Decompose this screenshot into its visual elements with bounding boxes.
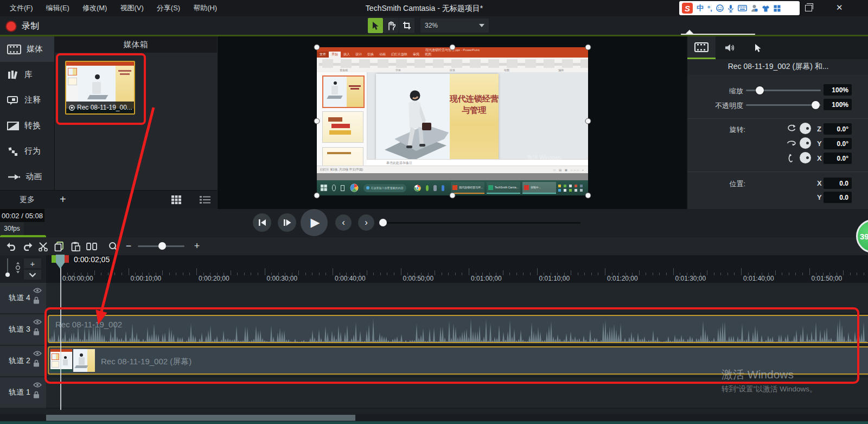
- canvas[interactable]: 现代连锁经营与管理.ppt - PowerPoint 文件开始插入设计切换动画幻…: [218, 36, 686, 209]
- resize-handle-top-center[interactable]: [450, 45, 456, 50]
- eye-icon[interactable]: [33, 351, 42, 356]
- eye-icon[interactable]: [33, 319, 42, 325]
- sidebar-item-behaviors[interactable]: 行为: [0, 138, 54, 164]
- lock-icon[interactable]: [33, 391, 42, 398]
- redo-button[interactable]: [21, 239, 35, 253]
- lock-icon[interactable]: [33, 328, 42, 336]
- timeline-zoom-button[interactable]: [106, 239, 120, 253]
- resize-handle-bottom-right[interactable]: [585, 193, 591, 199]
- zoom-out-button[interactable]: −: [122, 239, 136, 253]
- sidebar-item-more[interactable]: 更多: [0, 190, 54, 208]
- tab-visual-properties[interactable]: [687, 36, 716, 59]
- rotation-x-dial[interactable]: [800, 152, 811, 163]
- audio-clip[interactable]: Rec 08-11-19_002: [48, 315, 868, 343]
- jump-back-button[interactable]: ‹: [335, 214, 352, 231]
- resize-handle-top-right[interactable]: [585, 45, 591, 50]
- undo-button[interactable]: [4, 239, 18, 253]
- sidebar-item-annotations[interactable]: 注释: [0, 87, 54, 113]
- playhead-line[interactable]: [60, 255, 61, 410]
- track-lane[interactable]: Rec 08-11-19_002: [46, 314, 868, 346]
- menu-item-3[interactable]: 视图(V): [114, 3, 149, 13]
- sidebar-item-media[interactable]: 媒体: [0, 36, 54, 62]
- grid-view-button[interactable]: [171, 195, 181, 204]
- zoom-to-fit-icon[interactable]: [14, 262, 22, 274]
- ime-microphone-icon[interactable]: [727, 4, 734, 12]
- ime-punctuation-icon[interactable]: °,: [707, 4, 712, 12]
- record-dot-icon: [5, 21, 17, 32]
- eye-icon[interactable]: [33, 288, 42, 293]
- collapse-tracks-button[interactable]: [24, 270, 41, 280]
- resize-handle-bottom-center[interactable]: [450, 193, 456, 199]
- copy-button[interactable]: [52, 239, 66, 253]
- menu-item-4[interactable]: 分享(S): [151, 3, 186, 13]
- zoom-in-button[interactable]: +: [190, 239, 204, 253]
- pan-tool-button[interactable]: [384, 18, 399, 33]
- horizontal-scrollbar[interactable]: [0, 414, 868, 421]
- lock-icon[interactable]: [33, 296, 42, 304]
- resize-handle-mid-right[interactable]: [585, 118, 591, 124]
- ime-toolbar[interactable]: S 中 °,: [679, 1, 800, 15]
- scrubber-track[interactable]: [382, 222, 580, 224]
- jump-forward-button[interactable]: ›: [358, 214, 374, 231]
- paste-button[interactable]: [68, 239, 82, 253]
- canvas-media-object[interactable]: 现代连锁经营与管理.ppt - PowerPoint 文件开始插入设计切换动画幻…: [317, 47, 588, 195]
- sogou-logo-icon[interactable]: S: [682, 3, 693, 14]
- step-forward-button[interactable]: [278, 213, 296, 232]
- add-track-button[interactable]: +: [24, 258, 41, 268]
- playhead-head[interactable]: [51, 255, 73, 270]
- play-button[interactable]: ▶: [301, 209, 328, 236]
- cut-button[interactable]: [36, 239, 50, 253]
- opacity-slider-knob[interactable]: [812, 101, 820, 109]
- track-height-knob[interactable]: [5, 273, 10, 277]
- previous-frame-button[interactable]: [253, 213, 271, 232]
- rotation-z-dial[interactable]: [800, 123, 811, 134]
- menu-item-1[interactable]: 编辑(E): [41, 3, 75, 13]
- ime-language-icon[interactable]: 中: [697, 3, 704, 13]
- timeline-ruler[interactable]: 0:00:00;000:00:10;000:00:20;000:00:30;00…: [46, 255, 868, 283]
- ime-grid-icon[interactable]: [774, 5, 781, 12]
- sidebar-item-transitions[interactable]: 转换: [0, 113, 54, 138]
- split-button[interactable]: [85, 239, 99, 253]
- rotation-x-field[interactable]: 0.0°: [824, 153, 852, 164]
- resize-handle-mid-left[interactable]: [314, 118, 320, 124]
- opacity-value-field[interactable]: 100%: [824, 99, 852, 110]
- canvas-zoom-select[interactable]: 32%: [420, 18, 489, 33]
- scrubber-knob[interactable]: [379, 219, 387, 226]
- zoom-slider-knob[interactable]: [756, 86, 764, 94]
- media-bin-clip[interactable]: Rec 08-11-19_00...: [65, 61, 135, 115]
- position-x-field[interactable]: 0.0: [824, 178, 852, 189]
- resize-handle-bottom-left[interactable]: [314, 193, 320, 199]
- timeline-zoom-knob[interactable]: [158, 242, 166, 250]
- menu-item-5[interactable]: 帮助(H): [188, 3, 222, 13]
- window-title: TechSmith Camtasia - 无标题项目*: [366, 4, 483, 14]
- lock-icon[interactable]: [33, 359, 42, 367]
- restore-window-button[interactable]: [805, 5, 812, 11]
- resize-handle-top-left[interactable]: [314, 45, 320, 50]
- menu-item-2[interactable]: 修改(M): [77, 3, 113, 13]
- list-view-button[interactable]: [200, 195, 210, 204]
- tab-cursor-properties[interactable]: [744, 36, 772, 59]
- scrollbar-thumb[interactable]: [46, 415, 355, 421]
- badge-value: 39: [860, 232, 868, 241]
- ime-smiley-icon[interactable]: [716, 4, 724, 12]
- ime-keyboard-icon[interactable]: [738, 5, 747, 11]
- ime-skin-icon[interactable]: [762, 5, 770, 12]
- rotation-y-dial[interactable]: [800, 137, 811, 149]
- rotation-y-field[interactable]: 0.0°: [824, 138, 852, 149]
- sidebar-item-animations[interactable]: 动画: [0, 164, 54, 189]
- select-tool-button[interactable]: [368, 18, 383, 33]
- ime-user-icon[interactable]: [751, 4, 758, 12]
- track-lane[interactable]: [46, 283, 868, 314]
- crop-tool-button[interactable]: [399, 18, 414, 33]
- close-window-button[interactable]: ✕: [836, 3, 843, 12]
- opacity-slider[interactable]: [746, 104, 821, 106]
- tab-audio-properties[interactable]: [716, 36, 744, 59]
- position-y-field[interactable]: 0.0: [824, 192, 852, 203]
- menu-item-0[interactable]: 文件(F): [4, 3, 39, 13]
- sidebar-item-library[interactable]: 库: [0, 62, 54, 87]
- zoom-value-field[interactable]: 100%: [824, 84, 852, 96]
- rotation-z-field[interactable]: 0.0°: [824, 123, 852, 135]
- record-button[interactable]: 录制: [5, 21, 39, 32]
- eye-icon[interactable]: [33, 382, 42, 388]
- add-media-button[interactable]: +: [60, 193, 66, 206]
